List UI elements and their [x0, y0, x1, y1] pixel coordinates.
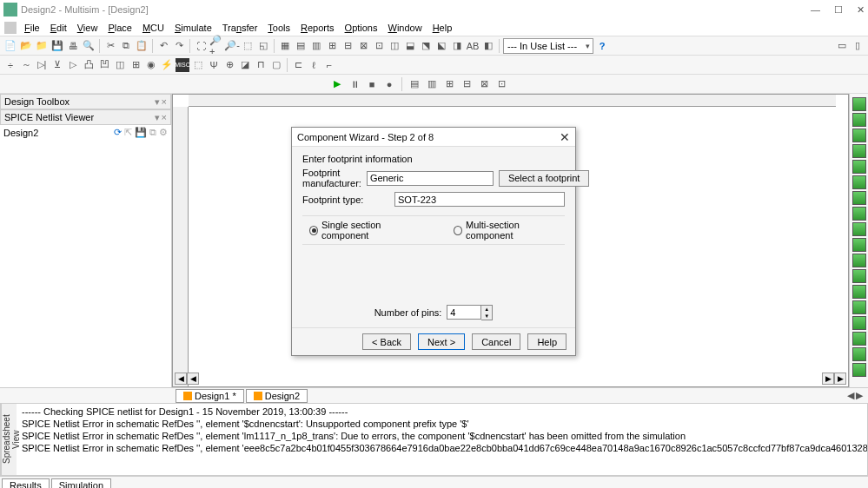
mdi-icon[interactable] [4, 22, 17, 34]
tab-design2[interactable]: Design2 [246, 389, 308, 403]
log-tab-results[interactable]: Results [2, 478, 50, 489]
sim-opt-b-icon[interactable]: ▥ [425, 77, 439, 91]
menu-transfer[interactable]: Transfer [217, 21, 263, 35]
tool-d-icon[interactable]: ⊞ [325, 39, 339, 53]
panel-close-icon[interactable]: × [162, 112, 167, 123]
menu-edit[interactable]: Edit [45, 21, 72, 35]
radio-single-section[interactable]: Single section component [309, 220, 419, 241]
instrument-4ch-icon[interactable] [852, 160, 866, 174]
refresh-icon[interactable]: ⟳ [114, 127, 122, 138]
instrument-logicconv-icon[interactable] [852, 238, 866, 252]
instrument-iv-icon[interactable] [852, 254, 866, 267]
zoom-fit-icon[interactable]: ◱ [256, 39, 270, 53]
place-electro-icon[interactable]: ⊕ [222, 58, 236, 72]
place-cmos-icon[interactable]: 凹 [97, 58, 111, 72]
place-power-icon[interactable]: ⚡ [160, 58, 174, 72]
gear-icon[interactable]: ⚙ [159, 127, 168, 138]
tool-j-icon[interactable]: ⬔ [419, 39, 433, 53]
close-button[interactable]: ✕ [857, 4, 865, 16]
stop-button[interactable]: ■ [365, 77, 379, 91]
place-text-icon[interactable]: ℓ [307, 58, 321, 72]
tool-m-icon[interactable]: AB [466, 39, 480, 53]
panel-close-icon[interactable]: × [162, 96, 167, 108]
panel-toggle-b-icon[interactable]: ▯ [851, 39, 865, 53]
input-number-of-pins[interactable] [447, 305, 481, 320]
tool-b-icon[interactable]: ▤ [294, 39, 308, 53]
tool-n-icon[interactable]: ◧ [481, 39, 495, 53]
place-bus-icon[interactable]: ⊏ [291, 58, 305, 72]
place-ni-icon[interactable]: ◪ [238, 58, 252, 72]
button-back[interactable]: < Back [362, 333, 411, 350]
tool-g-icon[interactable]: ⊡ [372, 39, 386, 53]
tool-a-icon[interactable]: ▦ [278, 39, 292, 53]
sim-opt-e-icon[interactable]: ⊠ [477, 77, 491, 91]
record-button[interactable]: ● [382, 77, 396, 91]
pause-button[interactable]: ⏸ [348, 77, 361, 91]
instrument-funcgen-icon[interactable] [852, 113, 866, 127]
tool-e-icon[interactable]: ⊟ [341, 39, 354, 53]
place-basic-icon[interactable]: ～ [19, 58, 33, 72]
menu-mcu[interactable]: MCU [137, 21, 169, 35]
menu-reports[interactable]: Reports [295, 21, 340, 35]
open-icon[interactable]: 📂 [19, 39, 33, 53]
redo-icon[interactable]: ↷ [172, 39, 186, 53]
instrument-wordgen-icon[interactable] [852, 207, 866, 221]
sim-opt-f-icon[interactable]: ⊡ [494, 77, 508, 91]
panel-toggle-a-icon[interactable]: ▭ [835, 39, 849, 53]
place-diode-icon[interactable]: ▷| [35, 58, 49, 72]
cut-icon[interactable]: ✂ [103, 39, 117, 53]
netlist-item[interactable]: Design2 ⟳ ⇱ 💾 ⧉ ⚙ [0, 125, 171, 140]
input-footprint-type[interactable] [394, 192, 565, 207]
maximize-button[interactable]: ☐ [834, 4, 843, 16]
undo-icon[interactable]: ↶ [156, 39, 170, 53]
instrument-freqcount-icon[interactable] [852, 191, 866, 205]
dialog-titlebar[interactable]: Component Wizard - Step 2 of 8 ✕ [292, 128, 575, 147]
zoom-in-icon[interactable]: 🔎+ [209, 39, 223, 53]
open2-icon[interactable]: 📁 [35, 39, 49, 53]
run-button[interactable]: ▶ [330, 77, 344, 91]
zoom-out-icon[interactable]: 🔎- [225, 39, 239, 53]
place-advanced-icon[interactable]: ⬚ [191, 58, 205, 72]
tool-c-icon[interactable]: ▥ [309, 39, 323, 53]
instrument-agfg-icon[interactable] [852, 316, 866, 330]
instrument-logic-icon[interactable] [852, 222, 866, 236]
menu-simulate[interactable]: Simulate [169, 21, 217, 35]
instrument-bode-icon[interactable] [852, 175, 866, 189]
spin-up-icon[interactable]: ▲ [481, 306, 492, 313]
sim-opt-c-icon[interactable]: ⊞ [442, 77, 456, 91]
preview-icon[interactable]: 🔍 [82, 39, 96, 53]
place-rf-icon[interactable]: Ψ [207, 58, 221, 72]
dialog-close-button[interactable]: ✕ [560, 130, 570, 144]
menu-place[interactable]: Place [103, 21, 137, 35]
sim-opt-d-icon[interactable]: ⊟ [460, 77, 474, 91]
copy-icon[interactable]: ⧉ [119, 39, 133, 53]
instrument-specan-icon[interactable] [852, 285, 866, 299]
menu-window[interactable]: Window [382, 21, 427, 35]
button-next[interactable]: Next > [418, 333, 465, 350]
instrument-netan-icon[interactable] [852, 300, 866, 314]
zoom-area-icon[interactable]: ⬚ [241, 39, 255, 53]
input-footprint-manufacturer[interactable] [367, 171, 494, 186]
panel-pin-icon[interactable]: ▾ [155, 96, 160, 108]
place-analog-icon[interactable]: ▷ [66, 58, 80, 72]
in-use-list-dropdown[interactable]: --- In Use List --- [503, 38, 593, 54]
zoom-full-icon[interactable]: ⛶ [194, 39, 208, 53]
help-icon[interactable]: ? [595, 39, 609, 53]
menu-options[interactable]: Options [340, 21, 383, 35]
place-indicator-icon[interactable]: ◉ [144, 58, 158, 72]
instrument-distortion-icon[interactable] [852, 269, 866, 283]
instrument-tksc-icon[interactable] [852, 363, 866, 377]
log-body[interactable]: ------ Checking SPICE netlist for Design… [17, 404, 867, 475]
spreadsheet-view-tab[interactable]: Spreadsheet View [1, 404, 17, 475]
tab-design1[interactable]: Design1 * [176, 389, 244, 403]
paste-icon[interactable]: 📋 [135, 39, 149, 53]
place-source-icon[interactable]: ÷ [3, 58, 17, 72]
place-connector-icon[interactable]: ⊓ [254, 58, 268, 72]
panel-pin-icon[interactable]: ▾ [155, 112, 160, 123]
place-ttl-icon[interactable]: 凸 [82, 58, 96, 72]
place-transistor-icon[interactable]: ⊻ [50, 58, 64, 72]
menu-help[interactable]: Help [427, 21, 458, 35]
button-select-footprint[interactable]: Select a footprint [499, 170, 590, 187]
hscroll-left[interactable]: ◀◀ [175, 373, 199, 385]
new-icon[interactable]: 📄 [3, 39, 17, 53]
